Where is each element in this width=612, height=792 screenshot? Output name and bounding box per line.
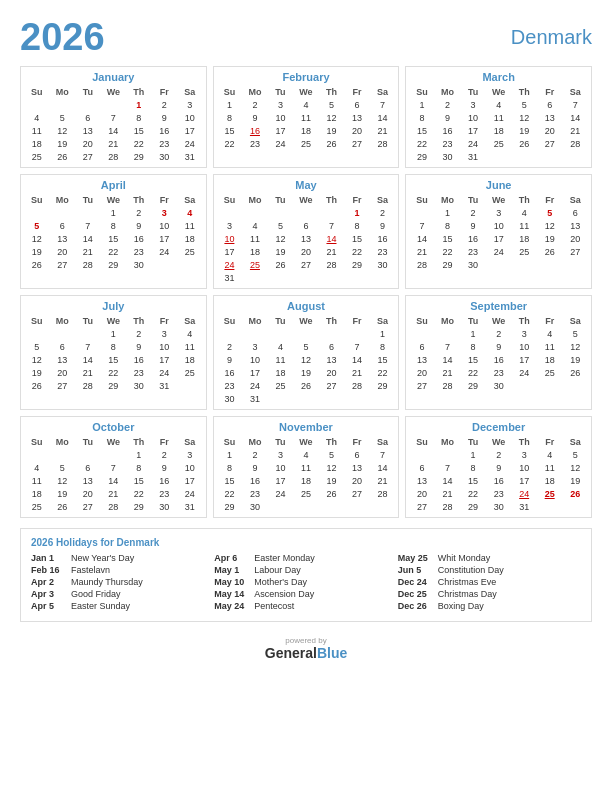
- calendar-day: 14: [101, 124, 127, 137]
- calendar-day: 11: [486, 111, 512, 124]
- calendar-day: 8: [217, 461, 243, 474]
- calendar-day: 26: [319, 487, 345, 500]
- calendar-day: 10: [511, 461, 537, 474]
- day-header: We: [101, 194, 127, 206]
- day-header: Th: [126, 315, 152, 327]
- calendar-day: 28: [319, 258, 345, 271]
- day-header: Mo: [435, 194, 461, 206]
- calendar-day: 2: [152, 98, 178, 111]
- calendar-day: 26: [293, 379, 319, 392]
- calendar-day: 26: [511, 137, 537, 150]
- day-header: Sa: [370, 436, 396, 448]
- month-block-october: OctoberSuMoTuWeThFrSa1234567891011121314…: [20, 416, 207, 518]
- month-title: September: [409, 300, 588, 312]
- day-header: Su: [24, 194, 50, 206]
- calendar-day: 28: [435, 500, 461, 513]
- holiday-row: Dec 24Christmas Eve: [398, 577, 581, 587]
- calendar-day: 13: [75, 474, 101, 487]
- calendar-day: 8: [435, 219, 461, 232]
- calendar-day: 24: [460, 137, 486, 150]
- calendar-day: 26: [319, 137, 345, 150]
- calendar-day: 28: [370, 137, 396, 150]
- calendar-day: 26: [24, 379, 50, 392]
- calendar-day: 4: [177, 206, 203, 219]
- calendar-day: 5: [50, 461, 76, 474]
- calendar-day: 6: [537, 98, 563, 111]
- calendar-day: 21: [409, 245, 435, 258]
- calendar-day: 29: [460, 500, 486, 513]
- calendar-day: 20: [293, 245, 319, 258]
- calendar-day: [537, 150, 563, 163]
- calendar-day: 16: [242, 124, 268, 137]
- calendar-day: 5: [24, 340, 50, 353]
- calendar-day: [409, 206, 435, 219]
- brand-blue: Blue: [317, 645, 347, 661]
- calendar-day: 1: [217, 448, 243, 461]
- calendar-day: 12: [24, 232, 50, 245]
- calendar-day: [50, 327, 76, 340]
- brand-general: General: [265, 645, 317, 661]
- calendar-day: 29: [126, 150, 152, 163]
- calendar-day: 23: [126, 366, 152, 379]
- page: 2026 Denmark JanuarySuMoTuWeThFrSa123456…: [0, 0, 612, 679]
- calendar-day: 21: [75, 366, 101, 379]
- year-label: 2026: [20, 18, 105, 56]
- month-title: April: [24, 179, 203, 191]
- calendar-day: 12: [268, 232, 294, 245]
- calendar-day: [562, 150, 588, 163]
- calendar-day: 27: [75, 500, 101, 513]
- calendar-day: 28: [562, 137, 588, 150]
- calendar-day: 29: [435, 258, 461, 271]
- calendar-day: 17: [511, 474, 537, 487]
- day-header: Mo: [50, 86, 76, 98]
- holiday-name: Good Friday: [71, 589, 121, 599]
- calendar-day: 15: [101, 353, 127, 366]
- day-header: Th: [126, 436, 152, 448]
- calendar-day: 3: [242, 340, 268, 353]
- calendar-day: 9: [152, 461, 178, 474]
- calendar-day: 4: [24, 111, 50, 124]
- calendar-day: 14: [435, 474, 461, 487]
- calendar-day: [370, 392, 396, 405]
- calendar-day: 15: [460, 353, 486, 366]
- calendar-day: 30: [435, 150, 461, 163]
- calendar-day: 6: [562, 206, 588, 219]
- calendar-day: [537, 379, 563, 392]
- calendar-day: 11: [293, 111, 319, 124]
- calendar-day: 16: [152, 474, 178, 487]
- calendar-day: 15: [460, 474, 486, 487]
- calendar-day: 22: [370, 366, 396, 379]
- calendar-day: 11: [537, 461, 563, 474]
- calendar-day: 30: [217, 392, 243, 405]
- holiday-name: Fastelavn: [71, 565, 110, 575]
- calendar-day: [435, 327, 461, 340]
- calendar-day: 17: [268, 124, 294, 137]
- calendar-day: 31: [460, 150, 486, 163]
- calendar-day: 20: [562, 232, 588, 245]
- calendar-day: 23: [152, 137, 178, 150]
- calendar-day: 12: [319, 461, 345, 474]
- calendar-day: 19: [268, 245, 294, 258]
- calendar-day: 2: [217, 340, 243, 353]
- calendar-day: 1: [126, 448, 152, 461]
- calendar-day: 19: [50, 487, 76, 500]
- calendar-day: 17: [460, 124, 486, 137]
- day-header: Sa: [177, 194, 203, 206]
- calendar-day: 6: [344, 98, 370, 111]
- calendar-day: 3: [217, 219, 243, 232]
- month-block-april: AprilSuMoTuWeThFrSa123456789101112131415…: [20, 174, 207, 289]
- calendar-day: 29: [370, 379, 396, 392]
- month-title: December: [409, 421, 588, 433]
- calendar-day: 2: [486, 448, 512, 461]
- calendar-day: 10: [268, 461, 294, 474]
- calendar-day: 13: [293, 232, 319, 245]
- calendar-day: 2: [435, 98, 461, 111]
- calendar-day: 30: [460, 258, 486, 271]
- calendar-day: 25: [537, 366, 563, 379]
- calendar-day: 8: [101, 340, 127, 353]
- calendar-day: 4: [486, 98, 512, 111]
- calendar-day: 26: [24, 258, 50, 271]
- calendar-day: 12: [319, 111, 345, 124]
- calendar-day: 18: [293, 124, 319, 137]
- day-header: Th: [511, 194, 537, 206]
